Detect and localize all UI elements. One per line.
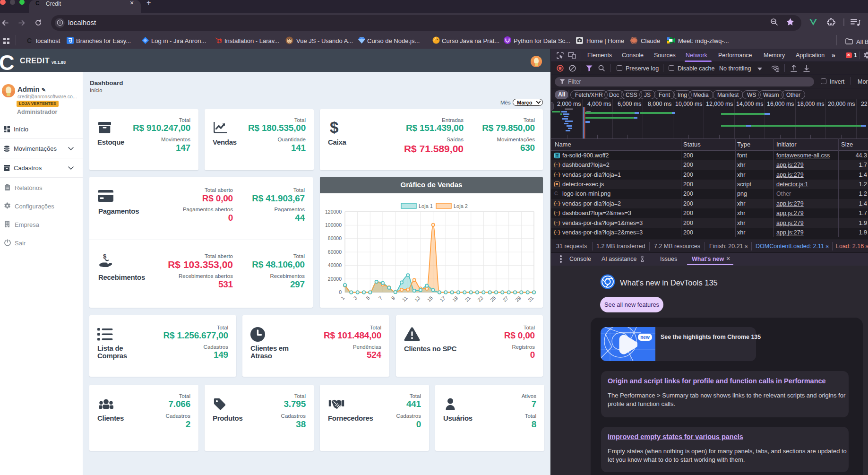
svg-text:25: 25 xyxy=(489,295,497,303)
svg-text:Loja 1: Loja 1 xyxy=(419,203,433,209)
svg-text:1: 1 xyxy=(340,295,346,301)
svg-text:2,000 ms: 2,000 ms xyxy=(557,101,581,107)
svg-text:17: 17 xyxy=(438,295,447,303)
svg-text:31: 31 xyxy=(527,295,535,303)
svg-text:18,000 ms: 18,000 ms xyxy=(797,101,824,107)
svg-text:12,000 ms: 12,000 ms xyxy=(706,101,733,107)
svg-text:40000: 40000 xyxy=(328,262,342,268)
svg-text:6,000 ms: 6,000 ms xyxy=(618,101,642,107)
svg-text:80000: 80000 xyxy=(328,235,342,241)
svg-text:7: 7 xyxy=(378,295,384,301)
svg-text:14,000 ms: 14,000 ms xyxy=(736,101,763,107)
svg-text:23: 23 xyxy=(476,295,484,303)
svg-text:8,000 ms: 8,000 ms xyxy=(648,101,672,107)
svg-text:29: 29 xyxy=(514,295,522,303)
svg-text:120000: 120000 xyxy=(325,209,342,215)
svg-text:22: 22 xyxy=(861,101,868,107)
svg-text:27: 27 xyxy=(501,295,509,303)
svg-text:19: 19 xyxy=(451,295,459,303)
svg-text:60000: 60000 xyxy=(328,249,342,255)
svg-text:0: 0 xyxy=(339,289,342,295)
svg-text:100000: 100000 xyxy=(325,222,342,228)
svg-text:Loja 2: Loja 2 xyxy=(454,203,468,209)
svg-text:4,000 ms: 4,000 ms xyxy=(587,101,611,107)
svg-text:$: $ xyxy=(103,253,107,260)
svg-text:20,000 ms: 20,000 ms xyxy=(828,101,855,107)
svg-text:10,000 ms: 10,000 ms xyxy=(675,101,702,107)
svg-text:15: 15 xyxy=(426,295,434,303)
svg-text:9: 9 xyxy=(390,295,396,301)
svg-text:16,000 ms: 16,000 ms xyxy=(767,101,794,107)
svg-text:21: 21 xyxy=(464,295,472,303)
svg-text:11: 11 xyxy=(401,295,409,302)
svg-text:5: 5 xyxy=(365,295,371,301)
svg-text:13: 13 xyxy=(413,295,421,303)
svg-text:3: 3 xyxy=(352,295,358,301)
svg-text:20000: 20000 xyxy=(328,276,342,282)
